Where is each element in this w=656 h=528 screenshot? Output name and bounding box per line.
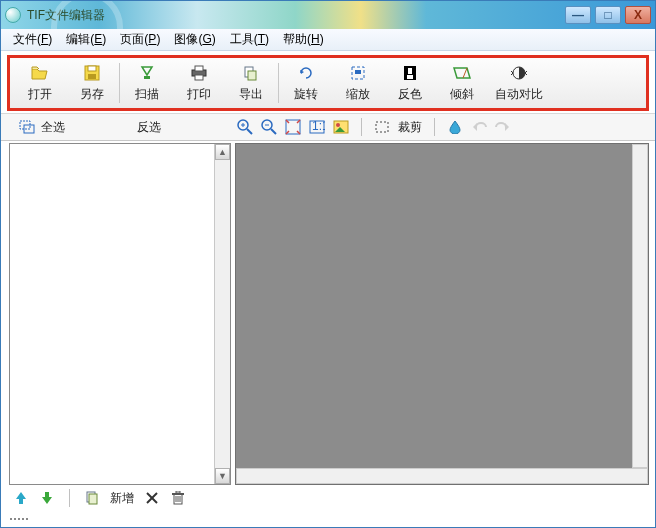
- invert-selection-label[interactable]: 反选: [137, 119, 161, 136]
- svg-point-28: [336, 123, 340, 127]
- droplet-icon[interactable]: [447, 119, 463, 135]
- svg-rect-6: [195, 75, 203, 80]
- app-icon: [5, 7, 21, 23]
- skew-button[interactable]: 倾斜: [436, 60, 488, 106]
- zoom-label: 缩放: [346, 86, 370, 103]
- resize-gripper: [9, 513, 649, 525]
- move-up-icon[interactable]: [13, 490, 29, 506]
- svg-rect-2: [88, 74, 96, 79]
- print-icon: [190, 64, 208, 82]
- svg-line-18: [247, 129, 252, 134]
- open-button[interactable]: 打开: [14, 60, 66, 106]
- toolbar-separator: [278, 63, 279, 103]
- zoom-button[interactable]: 缩放: [332, 60, 384, 106]
- picture-icon[interactable]: [333, 119, 349, 135]
- svg-rect-8: [248, 71, 256, 80]
- menu-edit[interactable]: 编辑(E): [60, 29, 112, 50]
- save-icon: [83, 64, 101, 82]
- invert-icon: [401, 64, 419, 82]
- svg-rect-5: [195, 66, 203, 71]
- undo-icon: [471, 119, 487, 135]
- close-button[interactable]: X: [625, 6, 651, 24]
- autocontrast-label: 自动对比: [495, 86, 543, 103]
- select-all-icon[interactable]: [19, 119, 35, 135]
- svg-rect-13: [407, 75, 413, 79]
- thumbnail-scrollbar[interactable]: ▲ ▼: [214, 144, 230, 484]
- menu-tools[interactable]: 工具(T): [224, 29, 275, 50]
- maximize-button[interactable]: □: [595, 6, 621, 24]
- zoom-in-icon[interactable]: [237, 119, 253, 135]
- menu-help[interactable]: 帮助(H): [277, 29, 330, 50]
- svg-rect-3: [144, 76, 150, 79]
- toolbar-separator: [119, 63, 120, 103]
- app-window: TIF文件编辑器 — □ X 文件(F) 编辑(E) 页面(P) 图像(G) 工…: [0, 0, 656, 528]
- export-label: 导出: [239, 86, 263, 103]
- svg-rect-39: [176, 491, 180, 493]
- select-all-label[interactable]: 全选: [41, 119, 65, 136]
- folder-open-icon: [31, 64, 49, 82]
- zoom-icon: [349, 64, 367, 82]
- menu-image[interactable]: 图像(G): [168, 29, 221, 50]
- invert-button[interactable]: 反色: [384, 60, 436, 106]
- export-button[interactable]: 导出: [225, 60, 277, 106]
- scan-icon: [138, 64, 156, 82]
- invert-label: 反色: [398, 86, 422, 103]
- saveas-label: 另存: [80, 86, 104, 103]
- main-toolbar: 打开 另存 扫描 打印 导出 旋转 缩放 反色: [7, 55, 649, 111]
- window-title: TIF文件编辑器: [27, 7, 565, 24]
- separator: [434, 118, 435, 136]
- crop-label[interactable]: 裁剪: [398, 119, 422, 136]
- svg-line-22: [271, 129, 276, 134]
- open-label: 打开: [28, 86, 52, 103]
- scan-button[interactable]: 扫描: [121, 60, 173, 106]
- preview-panel: [235, 143, 649, 485]
- saveas-button[interactable]: 另存: [66, 60, 118, 106]
- minimize-button[interactable]: —: [565, 6, 591, 24]
- thumbnail-panel: ▲ ▼: [9, 143, 231, 485]
- secondary-toolbar: 全选 反选 1:1 裁剪: [1, 113, 655, 141]
- svg-rect-10: [355, 70, 361, 74]
- rotate-button[interactable]: 旋转: [280, 60, 332, 106]
- trash-icon[interactable]: [170, 490, 186, 506]
- scan-label: 扫描: [135, 86, 159, 103]
- actual-size-icon[interactable]: 1:1: [309, 119, 325, 135]
- crop-icon[interactable]: [374, 119, 390, 135]
- preview-vscrollbar[interactable]: [632, 144, 648, 468]
- move-down-icon[interactable]: [39, 490, 55, 506]
- rotate-icon: [297, 64, 315, 82]
- new-page-icon[interactable]: [84, 490, 100, 506]
- title-bar: TIF文件编辑器 — □ X: [1, 1, 655, 29]
- fit-window-icon[interactable]: [285, 119, 301, 135]
- scroll-down-icon[interactable]: ▼: [215, 468, 230, 484]
- svg-text:1:1: 1:1: [312, 120, 325, 133]
- skew-label: 倾斜: [450, 86, 474, 103]
- svg-rect-31: [89, 494, 97, 504]
- print-button[interactable]: 打印: [173, 60, 225, 106]
- svg-rect-29: [376, 122, 388, 132]
- window-controls: — □ X: [565, 6, 651, 24]
- menu-page[interactable]: 页面(P): [114, 29, 166, 50]
- zoom-out-icon[interactable]: [261, 119, 277, 135]
- svg-rect-12: [408, 68, 412, 74]
- page-tools: 新增: [13, 487, 186, 509]
- work-area: ▲ ▼: [1, 141, 655, 487]
- preview-hscrollbar[interactable]: [236, 468, 648, 484]
- new-page-label[interactable]: 新增: [110, 490, 134, 507]
- svg-rect-1: [88, 66, 96, 71]
- menu-file[interactable]: 文件(F): [7, 29, 58, 50]
- contrast-icon: [510, 64, 528, 82]
- separator: [69, 489, 70, 507]
- separator: [361, 118, 362, 136]
- delete-icon[interactable]: [144, 490, 160, 506]
- print-label: 打印: [187, 86, 211, 103]
- scroll-up-icon[interactable]: ▲: [215, 144, 230, 160]
- redo-icon: [495, 119, 511, 135]
- autocontrast-button[interactable]: 自动对比: [488, 60, 550, 106]
- export-icon: [242, 64, 260, 82]
- skew-icon: [453, 64, 471, 82]
- rotate-label: 旋转: [294, 86, 318, 103]
- menu-bar: 文件(F) 编辑(E) 页面(P) 图像(G) 工具(T) 帮助(H): [1, 29, 655, 51]
